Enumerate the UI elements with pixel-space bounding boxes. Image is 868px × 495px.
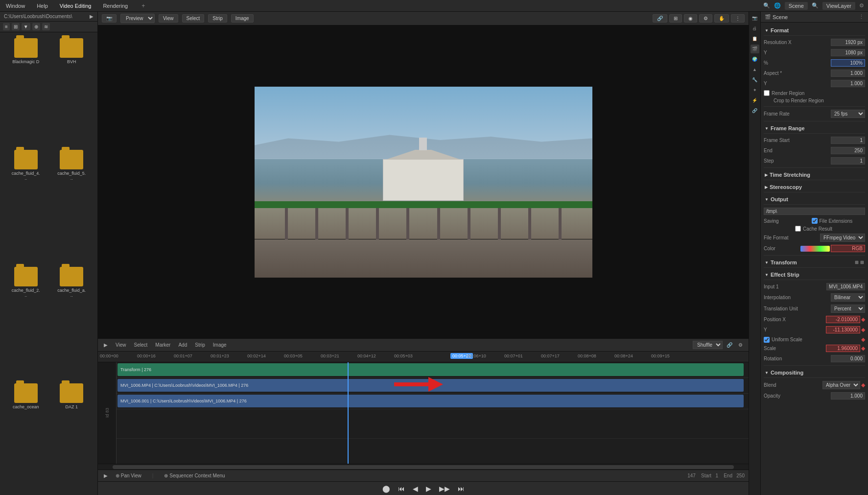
list-item[interactable]: cache_fluid_5... bbox=[50, 148, 94, 262]
menu-help[interactable]: Help bbox=[35, 2, 50, 10]
list-item[interactable]: cache_fluid_a... bbox=[50, 265, 94, 379]
jump-start-btn[interactable]: ⏮ bbox=[396, 484, 407, 494]
link-icon-btn[interactable]: 🔗 bbox=[653, 14, 667, 23]
scene-icon-btn active[interactable]: 🎬 bbox=[751, 45, 759, 53]
menu-rendering[interactable]: Rendering bbox=[101, 2, 130, 10]
play-btn[interactable]: ▶ bbox=[424, 484, 433, 494]
hand-tool-btn[interactable]: ✋ bbox=[714, 14, 729, 23]
input1-value[interactable]: MVI_1006.MP4 bbox=[826, 283, 865, 290]
output-path-input[interactable] bbox=[764, 208, 865, 215]
resolution-x-value[interactable]: 1920 px bbox=[831, 39, 865, 46]
list-item[interactable]: DAZ 1 bbox=[50, 381, 94, 491]
scale-keyframe-icon[interactable]: ◆ bbox=[861, 345, 865, 352]
physics-icon-btn[interactable]: ⚡ bbox=[751, 96, 759, 105]
seq-strip-btn[interactable]: Strip bbox=[193, 341, 207, 349]
table-row[interactable]: MVI_1006.MP4 | C:\Users\Loobrush\Videos\… bbox=[98, 378, 749, 394]
sidebar-grid-view-btn[interactable]: ⊞ bbox=[12, 23, 20, 30]
aspect-x-value[interactable]: 1.000 bbox=[831, 70, 865, 77]
output-section-header[interactable]: ▼ Output bbox=[764, 194, 865, 205]
blend-select[interactable]: Alpha Over bbox=[822, 381, 860, 389]
blend-keyframe-icon[interactable]: ◆ bbox=[861, 382, 865, 388]
step-fwd-btn[interactable]: ▶▶ bbox=[437, 484, 452, 494]
frame-step-value[interactable]: 1 bbox=[831, 157, 865, 165]
frame-start-value[interactable]: 1 bbox=[831, 137, 865, 144]
opacity-value[interactable]: 1.000 bbox=[831, 392, 865, 400]
rotation-value[interactable]: 0.000 bbox=[831, 355, 865, 362]
list-item[interactable]: cache_fluid_4... bbox=[4, 148, 48, 262]
transform-clip[interactable]: Transform | 276 bbox=[117, 363, 744, 376]
render-icon-btn[interactable]: 📷 bbox=[751, 14, 759, 23]
step-back-btn[interactable]: ◀ bbox=[411, 484, 420, 494]
shuffle-select[interactable]: Shuffle bbox=[693, 341, 723, 349]
menu-window[interactable]: Window bbox=[4, 2, 27, 10]
seq-add-btn[interactable]: Add bbox=[176, 341, 189, 349]
render-region-checkbox[interactable] bbox=[764, 90, 770, 96]
seq-icon-btn1[interactable]: 🔗 bbox=[725, 341, 734, 349]
table-row[interactable]: Transform | 276 bbox=[98, 362, 749, 378]
more-options-btn[interactable]: ⋮ bbox=[731, 14, 745, 23]
overlay-btn[interactable]: ◉ bbox=[684, 14, 697, 23]
sidebar-list-view-btn[interactable]: ≡ bbox=[3, 23, 10, 30]
seq-select-btn[interactable]: Select bbox=[132, 341, 150, 349]
position-x-keyframe-icon[interactable]: ◆ bbox=[861, 316, 865, 323]
list-item[interactable]: Blackmagic D bbox=[4, 36, 48, 146]
stop-btn[interactable]: ⬤ bbox=[380, 484, 392, 494]
seq-header-icon[interactable]: ▶ bbox=[102, 341, 110, 349]
timeline-scrollbar[interactable] bbox=[98, 464, 749, 470]
select-menu-btn[interactable]: Select bbox=[182, 14, 205, 23]
frame-rate-select[interactable]: 25 fps bbox=[831, 110, 865, 118]
object-icon-btn[interactable]: ▲ bbox=[751, 65, 759, 74]
view-settings-btn[interactable]: ⚙ bbox=[699, 14, 712, 23]
image-menu-btn[interactable]: Image bbox=[231, 14, 254, 23]
view-layer-icon-btn[interactable]: 📋 bbox=[751, 34, 759, 43]
constraints-icon-btn[interactable]: 🔗 bbox=[751, 106, 759, 115]
modifier-icon-btn[interactable]: 🔧 bbox=[751, 75, 759, 84]
list-item[interactable]: BVH bbox=[50, 36, 94, 146]
resolution-pct-value[interactable]: 100% bbox=[831, 59, 865, 67]
position-y-keyframe-icon[interactable]: ◆ bbox=[861, 327, 865, 333]
file-extensions-checkbox[interactable] bbox=[812, 218, 818, 224]
strip-menu-btn[interactable]: Strip bbox=[208, 14, 227, 23]
view-menu-btn[interactable]: View bbox=[159, 14, 178, 23]
time-stretching-header[interactable]: ▶ Time Stretching bbox=[764, 170, 865, 180]
frame-end-value[interactable]: 250 bbox=[831, 147, 865, 154]
timeline-tracks[interactable]: Id 83 Transform | 276 MVI_1006.MP4 | C:\… bbox=[98, 362, 749, 464]
video-clip-2[interactable]: MVI_1006.001 | C:\Users\Loobrush\Videos\… bbox=[117, 395, 744, 407]
camera-icon-btn[interactable]: 📷 bbox=[102, 14, 117, 23]
seq-icon-btn2[interactable]: ⚙ bbox=[736, 341, 745, 349]
effect-strip-header[interactable]: ▼ Effect Strip bbox=[764, 270, 865, 280]
display-mode-btn[interactable]: ⊞ bbox=[669, 14, 682, 23]
color-value[interactable]: RGB bbox=[831, 245, 865, 252]
jump-end-btn[interactable]: ⏭ bbox=[456, 484, 467, 494]
seq-marker-btn[interactable]: Marker bbox=[153, 341, 172, 349]
sidebar-filter-btn[interactable]: ▼ bbox=[22, 23, 30, 30]
position-y-value[interactable]: -11.130000 bbox=[826, 326, 860, 333]
sidebar-expand-icon[interactable]: ▶ bbox=[90, 14, 94, 19]
scale-value[interactable]: 1.960000 bbox=[826, 345, 860, 352]
uniform-scale-keyframe-icon[interactable]: ◆ bbox=[861, 336, 865, 343]
uniform-scale-checkbox[interactable] bbox=[764, 337, 770, 343]
cache-result-checkbox[interactable] bbox=[795, 226, 801, 232]
format-section-header[interactable]: ▼ Format bbox=[764, 25, 865, 36]
video-clip-1[interactable]: MVI_1006.MP4 | C:\Users\Loobrush\Videos\… bbox=[117, 379, 744, 392]
compositing-header[interactable]: ▼ Compositing bbox=[764, 368, 865, 378]
seq-bottom-icon[interactable]: ▶ bbox=[102, 472, 110, 479]
panel-options-icon[interactable]: ⋮ bbox=[859, 14, 864, 20]
list-item[interactable]: cache_ocean bbox=[4, 381, 48, 491]
stereoscopy-header[interactable]: ▶ Stereoscopy bbox=[764, 182, 865, 192]
particles-icon-btn[interactable]: ✦ bbox=[751, 86, 759, 94]
seq-image-btn[interactable]: Image bbox=[211, 341, 229, 349]
aspect-y-value[interactable]: 1.000 bbox=[831, 80, 865, 87]
resolution-y-value[interactable]: 1080 px bbox=[831, 49, 865, 56]
transform-section-header[interactable]: ▼ Transform ⊞ ⊞ bbox=[764, 258, 865, 268]
translation-unit-select[interactable]: Percent bbox=[831, 305, 865, 313]
interpolation-select[interactable]: Bilinear bbox=[831, 293, 865, 302]
scrollbar-thumb[interactable] bbox=[113, 465, 734, 469]
sidebar-search-btn[interactable]: ⊕ bbox=[32, 23, 40, 30]
position-x-value[interactable]: -2.010000 bbox=[826, 316, 860, 323]
world-icon-btn[interactable]: 🌍 bbox=[751, 55, 759, 64]
frame-range-section-header[interactable]: ▼ Frame Range bbox=[764, 123, 865, 134]
pan-view-btn[interactable]: ⊕ Pan View bbox=[114, 472, 143, 479]
output-icon-btn[interactable]: 🖨 bbox=[751, 24, 759, 33]
sidebar-sort-btn[interactable]: ≋ bbox=[42, 23, 50, 30]
